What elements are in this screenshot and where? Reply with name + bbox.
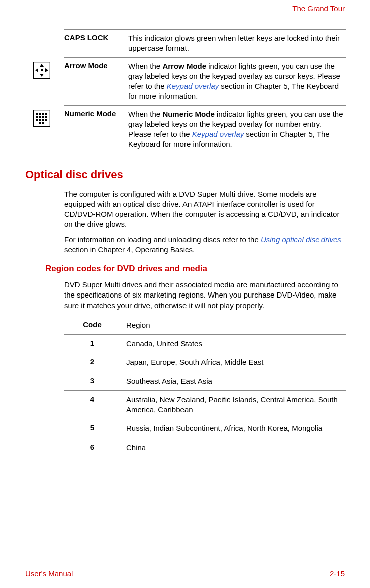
chapter-title: The Grand Tour: [25, 0, 345, 15]
table-row: 4 Australia, New Zealand, Pacific Island…: [64, 390, 346, 419]
svg-rect-13: [42, 116, 44, 118]
page-footer: User's Manual 2-15: [25, 567, 345, 578]
region-code: 3: [64, 376, 120, 386]
region-name: Southeast Asia, East Asia: [120, 376, 212, 386]
using-optical-link[interactable]: Using optical disc drives: [261, 235, 341, 244]
region-code: 2: [64, 357, 120, 367]
svg-marker-2: [40, 74, 44, 77]
indicator-label: CAPS LOCK: [64, 33, 128, 54]
region-name: China: [120, 443, 146, 453]
table-row: 5 Russia, Indian Subcontinent, Africa, N…: [64, 419, 346, 437]
paragraph: DVD Super Multi drives and their associa…: [64, 280, 346, 311]
svg-rect-20: [42, 122, 44, 124]
footer-left: User's Manual: [25, 569, 73, 578]
subsection-heading-region: Region codes for DVD drives and media: [45, 264, 345, 274]
table-row: 1 Canada, United States: [64, 334, 346, 353]
paragraph: For information on loading and unloading…: [64, 235, 346, 255]
paragraph: The computer is configured with a DVD Su…: [64, 189, 346, 230]
region-code: 6: [64, 443, 120, 453]
svg-rect-17: [42, 119, 44, 121]
indicator-label: Numeric Mode: [64, 109, 128, 150]
region-name: Australia, New Zealand, Pacific Islands,…: [120, 395, 346, 415]
svg-rect-16: [39, 119, 41, 121]
numeric-mode-icon: [33, 110, 50, 127]
svg-rect-11: [36, 116, 38, 118]
region-code-table: Code Region 1 Canada, United States 2 Ja…: [64, 316, 346, 457]
region-code: 1: [64, 339, 120, 349]
svg-rect-10: [45, 113, 47, 115]
indicator-label: Arrow Mode: [64, 61, 128, 102]
header-divider: [25, 15, 345, 15]
svg-rect-18: [45, 119, 47, 121]
table-row: 6 China: [64, 438, 346, 457]
footer-page-number: 2-15: [330, 569, 345, 578]
indicator-description: When the Numeric Mode indicator lights g…: [128, 109, 346, 150]
svg-rect-14: [45, 116, 47, 118]
region-name: Japan, Europe, South Africa, Middle East: [120, 357, 264, 367]
svg-rect-9: [42, 113, 44, 115]
region-name: Canada, United States: [120, 339, 202, 349]
svg-rect-12: [39, 116, 41, 118]
svg-marker-1: [40, 64, 44, 67]
indicator-row: CAPS LOCK This indicator glows green whe…: [64, 29, 346, 57]
table-header-region: Region: [120, 320, 150, 330]
table-row: 2 Japan, Europe, South Africa, Middle Ea…: [64, 353, 346, 371]
indicator-table: CAPS LOCK This indicator glows green whe…: [64, 29, 346, 154]
table-header-row: Code Region: [64, 316, 346, 334]
table-row: 3 Southeast Asia, East Asia: [64, 372, 346, 390]
indicator-row: Arrow Mode When the Arrow Mode indicator…: [64, 57, 346, 105]
svg-rect-15: [36, 119, 38, 121]
keypad-overlay-link[interactable]: Keypad overlay: [192, 130, 244, 138]
indicator-description: This indicator glows green when letter k…: [128, 33, 346, 54]
svg-rect-5: [41, 69, 43, 71]
arrow-mode-icon: [33, 62, 50, 79]
svg-marker-4: [45, 68, 48, 72]
section-heading-optical: Optical disc drives: [25, 168, 345, 181]
region-name: Russia, Indian Subcontinent, Africa, Nor…: [120, 423, 322, 433]
region-code: 4: [64, 395, 120, 415]
indicator-row: Numeric Mode When the Numeric Mode indic…: [64, 105, 346, 154]
svg-rect-7: [36, 113, 38, 115]
indicator-description: When the Arrow Mode indicator lights gre…: [128, 61, 346, 102]
svg-rect-8: [39, 113, 41, 115]
region-code: 5: [64, 423, 120, 433]
svg-rect-19: [39, 122, 41, 124]
footer-divider: [25, 567, 345, 567]
table-header-code: Code: [64, 320, 120, 330]
svg-marker-3: [35, 68, 38, 72]
svg-rect-6: [34, 110, 50, 126]
keypad-overlay-link[interactable]: Keypad overlay: [167, 82, 219, 90]
